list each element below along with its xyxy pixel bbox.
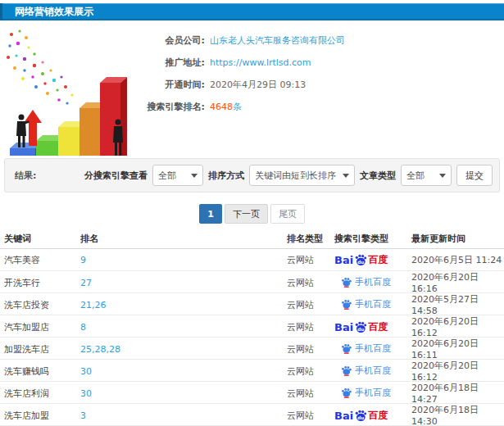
baidu-paw-icon — [341, 299, 352, 310]
chevron-down-icon — [343, 174, 349, 178]
rank-cell[interactable]: 25,28,28 — [80, 344, 287, 355]
company-label: 会员公司: — [129, 34, 205, 47]
header-engine-type: 搜索引擎类型 — [334, 233, 411, 245]
header-bar: 网络营销效果展示 — [0, 3, 504, 20]
update-time-cell: 2020年6月20日 16:11 — [411, 338, 504, 360]
rank-cell[interactable]: 8 — [80, 322, 287, 333]
update-time-cell: 2020年5月27日 14:58 — [411, 293, 504, 316]
rank-type-cell: 云网站 — [287, 254, 334, 266]
header-rank-type: 排名类型 — [287, 233, 334, 245]
page-1-button[interactable]: 1 — [199, 204, 222, 224]
filter-bar: 结果: 分搜索引擎查看 全部 排序方式 关键词由短到长排序 文章类型 全部 提交 — [4, 158, 500, 193]
mobile-baidu-icon: 手机百度 — [341, 342, 391, 355]
update-time-cell: 2020年6月20日 16:12 — [411, 315, 504, 338]
engine-filter-select[interactable]: 全部 — [152, 165, 203, 186]
member-info: 会员公司: 山东老人头汽车服务咨询有限公司 推广地址: https://www.… — [129, 29, 345, 118]
update-time-cell: 2020年6月20日 16:16 — [411, 271, 504, 294]
rank-count-number: 4648 — [210, 102, 233, 112]
rank-cell[interactable]: 30 — [80, 388, 287, 399]
keyword-cell: 洗车赚钱吗 — [4, 365, 80, 378]
mobile-baidu-icon: 手机百度 — [341, 298, 391, 310]
submit-button[interactable]: 提交 — [456, 165, 493, 186]
keyword-cell: 汽车美容 — [4, 254, 80, 266]
bar-red — [100, 77, 127, 156]
svg-text:du: du — [357, 415, 364, 420]
update-time-cell: 2020年6月5日 11:24 — [411, 254, 504, 266]
update-time-cell: 2020年6月18日 14:30 — [411, 404, 504, 426]
baidu-paw-icon — [341, 343, 352, 354]
baidu-paw-icon: du — [354, 320, 367, 333]
engine-cell: 手机百度 — [334, 298, 411, 312]
confetti-dots — [7, 29, 74, 104]
rank-cell[interactable]: 27 — [80, 278, 287, 288]
update-time-cell: 2020年6月18日 14:27 — [411, 382, 504, 405]
rank-type-cell: 云网站 — [287, 387, 334, 400]
keyword-cell: 洗车店加盟 — [4, 410, 80, 422]
rank-type-cell: 云网站 — [287, 343, 334, 356]
chevron-down-icon — [191, 174, 198, 178]
table-row: 洗车店利润 30 云网站 手机百度 2020年6月18日 14:27 — [0, 382, 504, 404]
baidu-paw-icon: du — [354, 409, 367, 422]
engine-filter-label: 分搜索引擎查看 — [84, 170, 148, 182]
article-type-value: 全部 — [406, 170, 425, 182]
svg-text:du: du — [357, 260, 364, 265]
rank-type-cell: 云网站 — [287, 321, 334, 333]
engine-cell: Bai du 百度 — [334, 409, 411, 423]
engine-filter-value: 全部 — [158, 170, 176, 182]
filter-controls: 分搜索引擎查看 全部 排序方式 关键词由短到长排序 文章类型 全部 提交 — [84, 165, 493, 186]
keyword-cell: 开洗车行 — [4, 277, 80, 289]
open-time-label: 开通时间: — [129, 79, 205, 91]
table-row: 汽车美容 9 云网站 Bai du 百度 2020年6月5日 11:24 — [0, 249, 504, 271]
rank-count-label: 搜索引擎排名: — [129, 101, 205, 113]
company-link[interactable]: 山东老人头汽车服务咨询有限公司 — [210, 34, 345, 47]
article-type-select[interactable]: 全部 — [401, 165, 452, 186]
rank-type-cell: 云网站 — [287, 299, 334, 311]
keyword-cell: 汽车加盟店 — [4, 321, 80, 333]
info-row-rank-count: 搜索引擎排名: 4648条 — [129, 96, 345, 118]
table-row: 汽车加盟店 8 云网站 Bai du 百度 2020年6月20日 16:12 — [0, 315, 504, 338]
baidu-logo: Bai du 百度 — [334, 409, 388, 423]
results-table: 关键词 排名 排名类型 搜索引擎类型 最新更新时间 汽车美容 9 云网站 Bai… — [0, 229, 504, 426]
rank-cell[interactable]: 21,26 — [80, 300, 287, 310]
table-row: 开洗车行 27 云网站 手机百度 2020年6月20日 16:16 — [0, 271, 504, 293]
baidu-paw-icon — [341, 277, 352, 288]
next-page-button[interactable]: 下一页 — [225, 204, 268, 224]
keyword-cell: 洗车店利润 — [4, 387, 80, 400]
mobile-baidu-icon: 手机百度 — [341, 365, 391, 377]
info-row-open-time: 开通时间: 2020年4月29日 09:13 — [129, 74, 345, 96]
table-row: 洗车赚钱吗 30 云网站 手机百度 2020年6月20日 16:12 — [0, 360, 504, 382]
baidu-paw-icon — [341, 387, 352, 398]
engine-cell: 手机百度 — [334, 342, 411, 356]
info-row-url: 推广地址: https://www.lrtlsd.com — [129, 52, 345, 74]
result-label: 结果: — [15, 170, 36, 182]
promotion-url-link[interactable]: https://www.lrtlsd.com — [210, 57, 311, 68]
sort-label: 排序方式 — [208, 170, 244, 182]
page: { "header": { "title": "网络营销效果展示" }, "in… — [0, 0, 504, 426]
engine-cell: 手机百度 — [334, 365, 411, 378]
last-page-button[interactable]: 尾页 — [270, 204, 305, 224]
mobile-baidu-icon: 手机百度 — [341, 276, 391, 288]
rank-cell[interactable]: 30 — [80, 366, 287, 377]
rank-count-value: 4648条 — [210, 101, 242, 113]
engine-cell: Bai du 百度 — [334, 320, 411, 334]
rank-cell[interactable]: 3 — [80, 410, 287, 421]
baidu-paw-icon — [341, 365, 352, 376]
table-row: 加盟洗车店 25,28,28 云网站 手机百度 2020年6月20日 16:11 — [0, 338, 504, 360]
table-row: 洗车店投资 21,26 云网站 手机百度 2020年5月27日 14:58 — [0, 293, 504, 315]
baidu-logo: Bai du 百度 — [334, 320, 388, 334]
rank-type-cell: 云网站 — [287, 365, 334, 378]
table-header-row: 关键词 排名 排名类型 搜索引擎类型 最新更新时间 — [0, 229, 504, 249]
sort-select[interactable]: 关键词由短到长排序 — [249, 165, 355, 186]
update-time-cell: 2020年6月20日 16:12 — [411, 360, 504, 383]
keyword-cell: 加盟洗车店 — [4, 343, 80, 356]
article-type-label: 文章类型 — [360, 170, 396, 182]
engine-cell: 手机百度 — [334, 387, 411, 401]
rank-count-unit: 条 — [233, 102, 242, 112]
url-label: 推广地址: — [129, 57, 205, 69]
mobile-baidu-icon: 手机百度 — [341, 387, 391, 399]
baidu-logo: Bai du 百度 — [334, 253, 388, 267]
table-body: 汽车美容 9 云网站 Bai du 百度 2020年6月5日 11:24 开洗车… — [0, 249, 504, 426]
rank-cell[interactable]: 9 — [80, 255, 287, 265]
rank-type-cell: 云网站 — [287, 410, 334, 422]
sort-value: 关键词由短到长排序 — [255, 170, 336, 182]
